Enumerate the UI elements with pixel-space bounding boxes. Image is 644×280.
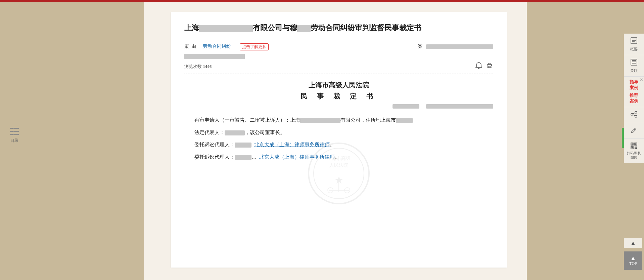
document-area: 上海 有限公司与穆 劳动合同纠纷审判监督民事裁定书 案 由 劳动合同纠纷 点击了… <box>171 12 507 268</box>
print-icon[interactable] <box>486 62 493 71</box>
summary-label: 概要 <box>630 47 638 51</box>
court-name: 上海市高级人民法院 <box>184 81 493 90</box>
svg-rect-8 <box>488 66 491 68</box>
svg-rect-34 <box>632 143 633 145</box>
svg-point-27 <box>635 111 637 113</box>
blur-address <box>396 118 413 123</box>
toc-label: 目录 <box>10 138 18 144</box>
svg-point-6 <box>478 68 479 69</box>
blur-company <box>300 118 340 123</box>
related-icon <box>630 58 638 68</box>
case-info-row: 案 由 劳动合同纠纷 点击了解更多 案 <box>184 43 493 50</box>
scroll-indicator <box>622 128 624 148</box>
blur-agent1 <box>235 143 251 148</box>
svg-text:★: ★ <box>334 174 343 186</box>
main-content: 上海 有限公司与穆 劳动合同纠纷审判监督民事裁定书 案 由 劳动合同纠纷 点击了… <box>144 2 527 280</box>
svg-rect-2 <box>10 131 13 132</box>
court-header: 上海市高级人民法院 民 事 裁 定 书 <box>184 81 493 101</box>
svg-rect-23 <box>631 59 637 65</box>
sidebar-scan[interactable]: 扫码手 机阅读 <box>624 138 644 163</box>
right-sidebar: 概要 关联 ✕ 指导案例 推荐案例 <box>624 34 644 163</box>
case-num-blur <box>426 44 493 49</box>
view-count-row: 浏览次数 1446 <box>184 62 493 74</box>
svg-rect-4 <box>10 134 13 135</box>
case-num-blur-2 <box>393 104 419 109</box>
svg-rect-19 <box>631 38 637 44</box>
body-paragraph-3: 委托诉讼代理人： 北京大成（上海）律师事务所律师。 <box>184 140 493 150</box>
sidebar-related[interactable]: 关联 <box>624 55 644 77</box>
sidebar-guide-case[interactable]: ✕ 指导案例 推荐案例 <box>624 77 644 107</box>
recommend-case-label: 推荐案例 <box>625 93 643 104</box>
guide-close-btn[interactable]: ✕ <box>640 77 643 83</box>
summary-icon <box>630 37 638 46</box>
scan-label: 扫码手 机阅读 <box>625 151 643 160</box>
svg-rect-3 <box>13 131 19 132</box>
sidebar-share[interactable] <box>624 107 644 123</box>
svg-point-9 <box>491 65 492 66</box>
edit-icon <box>630 126 638 135</box>
title-blur-2 <box>297 25 311 32</box>
document-title: 上海 有限公司与穆 劳动合同纠纷审判监督民事裁定书 <box>184 22 493 33</box>
case-label: 案 由 <box>184 43 196 49</box>
party-blur <box>184 54 245 59</box>
svg-line-30 <box>633 113 635 114</box>
svg-line-31 <box>633 115 635 116</box>
svg-rect-36 <box>635 143 637 145</box>
toc-button[interactable]: 目录 <box>10 128 19 144</box>
svg-point-28 <box>631 113 633 115</box>
law-firm-link-2[interactable]: 北京大成（上海）律师事务所律师 <box>259 154 335 160</box>
top-red-bar <box>0 0 644 2</box>
body-paragraph-2: 法定代表人： ，该公司董事长。 <box>184 128 493 137</box>
svg-rect-5 <box>13 134 19 135</box>
blurred-row <box>184 53 493 59</box>
svg-rect-1 <box>13 128 19 129</box>
svg-rect-0 <box>10 128 13 129</box>
toc-icon <box>10 128 19 136</box>
doc-case-num-row <box>184 104 493 109</box>
svg-rect-40 <box>636 147 637 148</box>
top-label: TOP <box>629 261 637 266</box>
svg-rect-39 <box>635 147 636 148</box>
case-number-right: 案 <box>418 43 494 49</box>
blur-rep <box>225 130 245 135</box>
svg-rect-38 <box>632 147 633 148</box>
scroll-up-button[interactable]: ▲ <box>624 238 642 248</box>
body-paragraph-1: 再审申请人（一审被告、二审被上诉人）：上海 有限公司，住所地上海市 <box>184 115 493 125</box>
svg-point-18 <box>344 188 350 193</box>
svg-rect-42 <box>636 148 637 149</box>
case-num-blur-3 <box>426 104 493 109</box>
document-body: 再审申请人（一审被告、二审被上诉人）：上海 有限公司，住所地上海市 法定代表人：… <box>184 115 493 162</box>
view-count-number: 1446 <box>203 64 212 69</box>
bell-icon[interactable] <box>475 62 482 71</box>
court-doc-type: 民 事 裁 定 书 <box>184 92 493 101</box>
title-blur-1 <box>199 25 253 32</box>
top-arrow-icon: ▲ <box>630 255 636 261</box>
law-firm-link-1[interactable]: 北京大成（上海）律师事务所律师 <box>254 142 330 147</box>
svg-line-32 <box>634 129 635 130</box>
svg-rect-41 <box>635 148 636 149</box>
scan-icon <box>630 142 638 150</box>
sidebar-summary[interactable]: 概要 <box>624 34 644 55</box>
case-type-link[interactable]: 劳动合同纠纷 <box>203 43 231 49</box>
svg-point-17 <box>328 188 333 193</box>
sidebar-edit[interactable] <box>624 123 644 138</box>
svg-text:人民法院: 人民法院 <box>329 163 348 168</box>
share-icon <box>630 111 638 119</box>
related-label: 关联 <box>630 69 638 73</box>
page-wrapper: 目录 上海 有限公司与穆 劳动合同纠纷审判监督民事裁定书 案 由 劳动合同纠纷 … <box>0 0 644 280</box>
blur-agent2 <box>235 155 251 160</box>
top-button[interactable]: ▲ TOP <box>624 251 642 270</box>
scroll-up-icon: ▲ <box>631 240 636 246</box>
body-paragraph-4: 委托诉讼代理人： … 北京大成（上海）律师事务所律师。 <box>184 152 493 162</box>
svg-point-29 <box>635 115 637 117</box>
more-info-button[interactable]: 点击了解更多 <box>240 43 269 50</box>
